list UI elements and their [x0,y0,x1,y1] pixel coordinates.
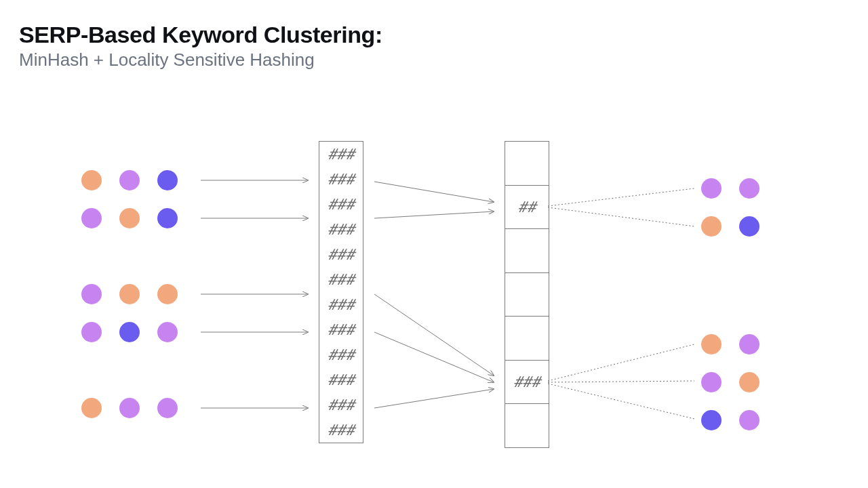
input-dot [157,208,178,228]
lsh-column: ##### [505,141,549,448]
dotted-line [548,207,694,226]
arrow-minhash-to-lsh [374,211,494,218]
input-dot [119,284,140,304]
minhash-cell: ### [319,367,363,392]
minhash-cell: ### [319,217,363,242]
input-dot [81,208,102,228]
input-dot [119,398,140,418]
input-dot [119,208,140,228]
page-subtitle: MinHash + Locality Sensitive Hashing [19,49,382,70]
arrow-minhash-to-lsh [374,294,494,375]
output-dot [701,334,722,354]
arrow-minhash-to-lsh [374,182,494,202]
minhash-cell: ### [319,317,363,342]
output-dot [701,410,722,430]
input-dot [81,170,102,190]
page-title: SERP-Based Keyword Clustering: [19,22,382,48]
dotted-output-lines [548,188,694,419]
minhash-cell: ### [319,392,363,418]
input-dot [81,398,102,418]
minhash-column: #################################### [319,141,363,443]
input-dot [81,322,102,342]
input-dot [157,398,178,418]
arrow-minhash-to-lsh [374,332,494,382]
lsh-cell [505,316,549,360]
dotted-line [548,344,694,381]
arrows-input-to-minhash [201,180,308,408]
lsh-cell [505,228,549,272]
minhash-cell: ### [319,342,363,367]
minhash-cell: ### [319,167,363,192]
input-dot [157,170,178,190]
diagram-stage: SERP-Based Keyword Clustering: MinHash +… [0,0,868,488]
input-dot [119,322,140,342]
lsh-cell [505,142,549,185]
minhash-cell: ### [319,192,363,217]
output-dot [739,334,760,354]
input-dot [119,170,140,190]
dotted-line [548,384,694,419]
arrows-minhash-to-lsh [374,182,494,408]
input-dot [157,284,178,304]
lsh-cell: ### [505,360,549,404]
title-block: SERP-Based Keyword Clustering: MinHash +… [19,22,382,70]
output-dot [701,372,722,392]
minhash-cell: ### [319,292,363,317]
output-dot [739,372,760,392]
minhash-cell: ### [319,142,363,167]
output-dot [739,410,760,430]
output-dot [701,216,722,237]
lsh-cell [505,403,549,447]
output-dot [739,216,760,237]
minhash-cell: ### [319,242,363,267]
output-dot [701,178,722,199]
minhash-cell: ### [319,418,363,443]
dotted-line [548,381,694,382]
dotted-line [548,188,694,206]
input-dot [157,322,178,342]
lsh-cell [505,272,549,317]
input-dot [81,284,102,304]
output-dot [739,178,760,199]
arrow-minhash-to-lsh [374,389,494,408]
minhash-cell: ### [319,267,363,292]
lsh-cell: ## [505,185,549,229]
